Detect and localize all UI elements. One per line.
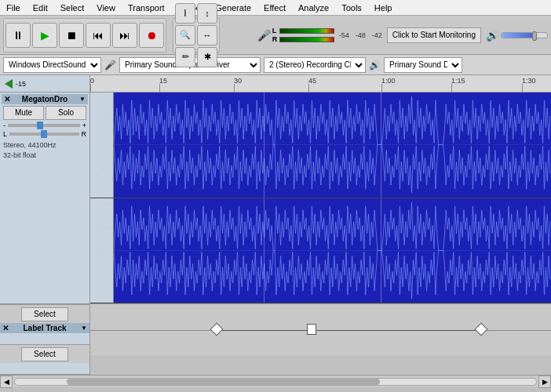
label-track-select-button[interactable]: Select bbox=[21, 347, 68, 361]
db-scale: -54 -48 -42 bbox=[339, 31, 382, 39]
output-meter-group: 🔊 bbox=[486, 29, 548, 42]
waveform-top-channel[interactable]: 1.0 0.5 0.0 -0.5 -1.0 bbox=[90, 93, 551, 198]
track-content-area[interactable]: 1.0 0.5 0.0 -0.5 -1.0 bbox=[90, 93, 551, 375]
label-track-close-button[interactable]: ✕ bbox=[2, 324, 9, 332]
track-title-bar: ✕ MegatonDro ▼ bbox=[2, 94, 88, 104]
zoom-tool-button[interactable]: 🔍 bbox=[175, 25, 195, 45]
track-collapse-icon[interactable]: ▼ bbox=[79, 96, 86, 103]
main-toolbar: ⏸ ▶ ⏹ ⏮ ⏭ ⏺ I ↕ 🔍 ↔ ✏ ✱ 🎤 L bbox=[0, 16, 551, 55]
waveform-bottom-channel[interactable]: 1.0 0.5 0.0 -0.5 -1.0 bbox=[90, 198, 551, 303]
output-device-select[interactable]: Primary Sound D... bbox=[384, 57, 462, 73]
ruler-timeline[interactable]: 0 15 30 45 1:00 1:15 1:30 bbox=[90, 75, 551, 93]
waveform-top-svg bbox=[114, 93, 551, 198]
solo-button[interactable]: Solo bbox=[46, 106, 86, 120]
collapse-all-icon[interactable] bbox=[5, 79, 13, 89]
timeshift-tool-button[interactable]: ↔ bbox=[197, 25, 217, 45]
l-label: L bbox=[272, 27, 279, 34]
host-select[interactable]: Windows DirectSound bbox=[3, 57, 101, 73]
label-marker-right[interactable] bbox=[475, 323, 488, 336]
devicebar: Windows DirectSound 🎤 Primary Sound Capt… bbox=[0, 55, 551, 75]
mute-solo-group: Mute Solo bbox=[3, 106, 86, 120]
y-axis-bottom: 1.0 0.5 0.0 -0.5 -1.0 bbox=[90, 198, 114, 303]
audio-track-select-row: Select bbox=[0, 304, 89, 323]
label-track-content[interactable] bbox=[90, 303, 551, 355]
gain-minus-label: - bbox=[3, 122, 5, 129]
tick-15: 15 bbox=[159, 77, 167, 85]
svg-rect-5 bbox=[114, 198, 551, 303]
gain-plus-label: + bbox=[82, 122, 86, 129]
select-tool-button[interactable]: I bbox=[175, 3, 195, 24]
audio-track-select-button[interactable]: Select bbox=[21, 307, 68, 321]
pan-l-label: L bbox=[3, 130, 7, 138]
transport-group: ⏸ ▶ ⏹ ⏮ ⏭ ⏺ bbox=[3, 18, 166, 53]
menu-tools[interactable]: Tools bbox=[335, 2, 368, 14]
play-button[interactable]: ▶ bbox=[32, 23, 57, 48]
pause-button[interactable]: ⏸ bbox=[5, 23, 31, 48]
channels-select[interactable]: 2 (Stereo) Recording Cha... bbox=[264, 57, 366, 73]
waveform-bottom-svg bbox=[114, 198, 551, 303]
l-meter-bar bbox=[279, 28, 334, 34]
label-track-collapse-icon[interactable]: ▼ bbox=[81, 325, 87, 332]
mute-button[interactable]: Mute bbox=[3, 106, 44, 120]
speaker-icon: 🔊 bbox=[486, 29, 499, 42]
menu-file[interactable]: File bbox=[0, 2, 27, 14]
ruler-row: -15 0 15 30 45 1:00 1:15 1:30 bbox=[0, 75, 551, 93]
draw-tool-button[interactable]: ✏ bbox=[175, 47, 195, 67]
pan-slider-row: L R bbox=[3, 130, 86, 138]
tools-group: I ↕ 🔍 ↔ ✏ ✱ bbox=[173, 18, 220, 53]
tick-45: 45 bbox=[308, 77, 316, 85]
menu-help[interactable]: Help bbox=[368, 2, 399, 14]
horizontal-scrollbar[interactable]: ◀ ▶ bbox=[0, 375, 551, 387]
ruler-offset: -15 bbox=[16, 80, 26, 88]
label-marker-middle[interactable] bbox=[307, 324, 316, 335]
main-area: ✕ MegatonDro ▼ Mute Solo - + L bbox=[0, 93, 551, 375]
menu-analyze[interactable]: Analyze bbox=[292, 2, 335, 14]
tick-115: 1:15 bbox=[451, 77, 465, 85]
volume-slider[interactable] bbox=[501, 32, 548, 38]
svg-rect-2 bbox=[114, 93, 551, 198]
record-button[interactable]: ⏺ bbox=[139, 23, 164, 48]
speaker-icon-small: 🔊 bbox=[369, 60, 381, 71]
mic-icon-small: 🎤 bbox=[104, 60, 116, 71]
stop-button[interactable]: ⏹ bbox=[59, 23, 84, 48]
label-track-select-row: Select bbox=[0, 344, 89, 363]
scroll-left-button[interactable]: ◀ bbox=[0, 376, 13, 388]
envelope-tool-button[interactable]: ↕ bbox=[197, 3, 217, 24]
gain-slider-row: - + bbox=[3, 122, 86, 129]
label-track-name: Label Track bbox=[9, 324, 81, 332]
menu-effect[interactable]: Effect bbox=[257, 2, 292, 14]
menu-transport[interactable]: Transport bbox=[122, 2, 171, 14]
gain-slider[interactable] bbox=[8, 124, 80, 127]
track-close-button[interactable]: ✕ bbox=[4, 95, 10, 103]
skip-forward-button[interactable]: ⏭ bbox=[112, 23, 137, 48]
tick-100: 1:00 bbox=[381, 77, 396, 85]
skip-back-button[interactable]: ⏮ bbox=[86, 23, 111, 48]
y-axis-top: 1.0 0.5 0.0 -0.5 -1.0 bbox=[90, 93, 114, 198]
input-meter-group: 🎤 L R bbox=[257, 27, 334, 43]
ruler-corner: -15 bbox=[0, 75, 90, 93]
label-track-panel: ✕ Label Track ▼ Select bbox=[0, 323, 89, 375]
tick-30: 30 bbox=[234, 77, 242, 85]
menu-view[interactable]: View bbox=[90, 2, 122, 14]
menubar: File Edit Select View Transport Tracks G… bbox=[0, 0, 551, 16]
label-track-header: ✕ Label Track ▼ bbox=[0, 323, 89, 333]
pan-slider[interactable] bbox=[9, 132, 78, 136]
r-label: R bbox=[272, 35, 279, 43]
tick-130: 1:30 bbox=[522, 77, 536, 85]
audio-track-header: ✕ MegatonDro ▼ Mute Solo - + L bbox=[0, 93, 89, 304]
monitor-button[interactable]: Click to Start Monitoring bbox=[387, 27, 481, 43]
menu-edit[interactable]: Edit bbox=[27, 2, 54, 14]
menu-select[interactable]: Select bbox=[54, 2, 91, 14]
scroll-track[interactable] bbox=[14, 378, 537, 386]
track-info: Stereo, 44100Hz 32-bit float bbox=[2, 139, 88, 162]
label-marker-left[interactable] bbox=[210, 323, 224, 336]
label-connector-line bbox=[216, 330, 480, 331]
r-meter-bar bbox=[279, 37, 334, 42]
track-name: MegatonDro bbox=[10, 95, 79, 103]
scroll-right-button[interactable]: ▶ bbox=[538, 376, 551, 388]
mic-icon: 🎤 bbox=[257, 29, 271, 42]
multi-tool-button[interactable]: ✱ bbox=[197, 47, 217, 67]
track-panel-left: ✕ MegatonDro ▼ Mute Solo - + L bbox=[0, 93, 90, 375]
pan-r-label: R bbox=[82, 130, 87, 138]
